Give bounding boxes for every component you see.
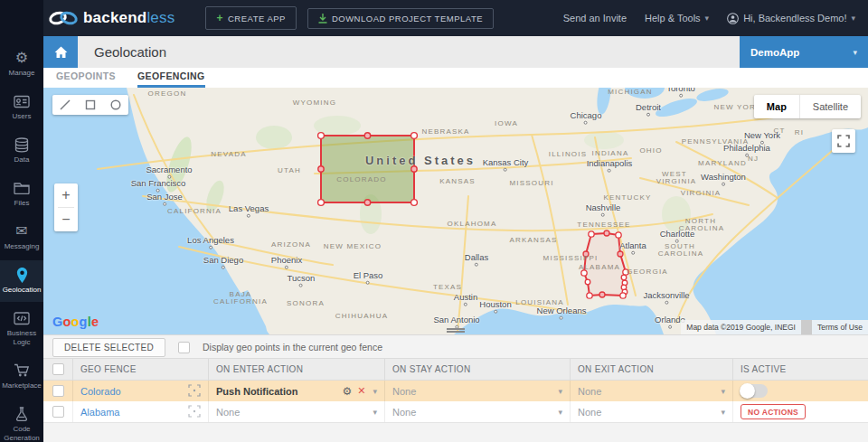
chevron-down-icon[interactable]: ▾ — [721, 408, 725, 417]
locate-fence-icon[interactable] — [188, 405, 201, 419]
on-stay-action-value[interactable]: None — [392, 407, 416, 418]
table-row: Colorado Push Notification ⚙ ✕ ▾ None — [43, 381, 868, 401]
tab-geofencing[interactable]: GEOFENCING — [137, 71, 205, 88]
map-pin-icon — [15, 267, 29, 283]
sub-header: Geolocation DemoApp ▾ — [43, 36, 868, 68]
backendless-logo[interactable]: backendless — [47, 9, 175, 27]
draw-circle-tool[interactable] — [108, 98, 123, 112]
envelope-icon: ✉ — [15, 223, 27, 240]
sidebar-item-label: Users — [13, 112, 32, 121]
attribution-text: Map data ©2019 Google, INEGI — [681, 320, 801, 334]
code-window-icon — [14, 310, 30, 326]
satellite-view-button[interactable]: Satellite — [800, 95, 861, 118]
send-invite-link[interactable]: Send an Invite — [563, 13, 627, 24]
sidebar-item-label: Files — [14, 199, 30, 208]
delete-selected-button[interactable]: DELETE SELECTED — [52, 338, 165, 357]
brand-bold: backend — [83, 9, 146, 26]
on-enter-action-value[interactable]: Push Notification — [216, 386, 297, 397]
geofence-name-link[interactable]: Colorado — [80, 386, 121, 397]
infinity-logo-icon — [47, 9, 80, 27]
panel-toolbar: DELETE SELECTED Display geo points in th… — [43, 336, 868, 358]
geofence-colorado[interactable] — [318, 133, 418, 206]
col-geofence: GEO FENCE — [72, 359, 208, 380]
home-button[interactable] — [43, 36, 78, 68]
col-exit: ON EXIT ACTION — [570, 359, 732, 380]
locate-fence-icon[interactable] — [188, 384, 201, 399]
sidebar-item-code-generation[interactable]: Code Generation — [0, 400, 43, 442]
chevron-down-icon[interactable]: ▾ — [373, 387, 377, 396]
sidebar-item-manage[interactable]: ⚙ Manage — [0, 43, 43, 85]
geofence-table: GEO FENCE ON ENTER ACTION ON STAY ACTION… — [43, 358, 868, 423]
sidebar-item-label: Data — [14, 155, 30, 165]
chevron-down-icon: ▾ — [853, 48, 857, 57]
plus-icon: + — [216, 12, 223, 24]
chevron-down-icon: ▾ — [705, 14, 710, 23]
chevron-down-icon[interactable]: ▾ — [373, 408, 377, 417]
users-icon — [14, 93, 30, 109]
on-exit-action-value[interactable]: None — [578, 407, 601, 418]
row-checkbox[interactable] — [52, 406, 64, 418]
panel-resize-handle[interactable] — [447, 327, 465, 334]
action-settings-icon[interactable]: ⚙ — [342, 385, 352, 398]
map-view-button[interactable]: Map — [754, 95, 799, 118]
home-icon — [53, 45, 69, 59]
cart-icon — [14, 362, 30, 379]
select-all-checkbox[interactable] — [52, 363, 64, 375]
google-logo[interactable]: Google — [52, 315, 99, 329]
tab-geopoints[interactable]: GEOPOINTS — [56, 71, 116, 88]
sidebar-item-marketplace[interactable]: Marketplace — [0, 356, 43, 398]
display-geopoints-checkbox[interactable] — [178, 342, 190, 353]
sidebar-item-label: Messaging — [5, 242, 40, 251]
col-active: IS ACTIVE — [732, 359, 868, 380]
no-actions-badge: NO ACTIONS — [741, 404, 806, 419]
on-stay-action-value[interactable]: None — [392, 386, 416, 397]
sidebar-item-business-logic[interactable]: Business Logic — [0, 304, 43, 354]
sidebar: ⚙ Manage Users Data Files ✉ Messaging — [0, 0, 43, 442]
chevron-down-icon: ▾ — [851, 14, 855, 23]
sidebar-item-geolocation[interactable]: Geolocation — [0, 260, 43, 302]
map-canvas[interactable]: United States OREGONWYOMINGNEBRASKAIOWAN… — [43, 88, 868, 334]
chevron-down-icon[interactable]: ▾ — [721, 387, 725, 396]
user-menu[interactable]: Hi, Backendless Demo! ▾ — [727, 13, 855, 24]
download-template-button[interactable]: DOWNLOAD PROJECT TEMPLATE — [307, 8, 494, 29]
page-title: Geolocation — [94, 44, 166, 60]
table-header-row: GEO FENCE ON ENTER ACTION ON STAY ACTION… — [43, 358, 868, 381]
map-attribution: Map data ©2019 Google, INEGI Terms of Us… — [681, 320, 868, 334]
row-checkbox[interactable] — [52, 385, 64, 397]
sidebar-item-messaging[interactable]: ✉ Messaging — [0, 217, 43, 259]
fullscreen-icon — [837, 135, 850, 147]
tab-bar: GEOPOINTS GEOFENCING — [43, 68, 868, 88]
sidebar-item-data[interactable]: Data — [0, 130, 43, 172]
brand-light: less — [146, 9, 175, 26]
folder-icon — [14, 180, 30, 196]
terms-of-use-link[interactable]: Terms of Use — [812, 320, 868, 334]
download-icon — [318, 14, 327, 24]
sidebar-item-label: Manage — [9, 69, 35, 78]
on-enter-action-value[interactable]: None — [216, 407, 240, 418]
map-graphic — [43, 88, 868, 334]
zoom-control: + − — [54, 183, 78, 231]
fullscreen-button[interactable] — [832, 129, 855, 153]
sidebar-item-label: Geolocation — [3, 286, 42, 295]
geofence-name-link[interactable]: Alabama — [80, 407, 119, 418]
database-icon — [14, 136, 29, 153]
draw-rectangle-tool[interactable] — [83, 98, 98, 112]
chevron-down-icon[interactable]: ▾ — [558, 387, 562, 396]
chevron-down-icon[interactable]: ▾ — [558, 408, 562, 417]
zoom-out-button[interactable]: − — [54, 208, 78, 231]
is-active-toggle[interactable] — [741, 384, 768, 398]
action-remove-icon[interactable]: ✕ — [357, 385, 365, 397]
app-selector[interactable]: DemoApp ▾ — [740, 36, 868, 68]
draw-line-tool[interactable] — [58, 98, 72, 112]
sidebar-item-users[interactable]: Users — [0, 87, 43, 128]
zoom-in-button[interactable]: + — [54, 183, 78, 207]
create-app-button[interactable]: + CREATE APP — [205, 6, 296, 30]
help-tools-menu[interactable]: Help & Tools ▾ — [645, 13, 709, 24]
draw-tools — [52, 95, 128, 115]
display-geopoints-label: Display geo points in the current geo fe… — [203, 342, 382, 353]
top-header: backendless + CREATE APP DOWNLOAD PROJEC… — [43, 0, 868, 36]
user-icon — [727, 13, 739, 24]
sidebar-item-files[interactable]: Files — [0, 174, 43, 215]
table-row: Alabama None ▾ None ▾ — [43, 401, 868, 423]
on-exit-action-value[interactable]: None — [578, 386, 601, 397]
